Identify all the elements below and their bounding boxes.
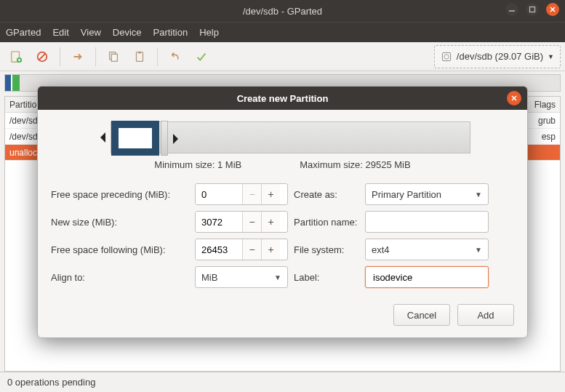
label-new-size: New size (MiB): xyxy=(51,217,189,228)
chevron-down-icon: ▼ xyxy=(475,246,482,254)
filesystem-select[interactable]: ext4 ▼ xyxy=(365,239,489,260)
partition-name-input[interactable] xyxy=(365,211,489,233)
spin-plus[interactable]: + xyxy=(261,184,280,204)
create-partition-dialog: Create new Partition Minimum size: xyxy=(37,86,528,338)
label-input[interactable] xyxy=(365,266,489,288)
new-size-input[interactable] xyxy=(196,212,242,232)
chevron-down-icon: ▼ xyxy=(274,273,281,281)
spin-minus[interactable]: − xyxy=(242,212,261,232)
cancel-button[interactable]: Cancel xyxy=(393,304,450,326)
slider-knob[interactable] xyxy=(161,121,168,156)
free-after-spinner[interactable]: − + xyxy=(195,239,288,260)
slider-left-arrow-icon[interactable] xyxy=(96,131,109,144)
create-as-select[interactable]: Primary Partition ▼ xyxy=(365,183,489,205)
label-create-as: Create as: xyxy=(294,189,359,200)
min-size-label: Minimum size: 1 MiB xyxy=(154,159,241,170)
slider-track[interactable] xyxy=(111,121,470,153)
free-after-input[interactable] xyxy=(196,239,242,260)
free-before-input[interactable] xyxy=(196,184,242,204)
chevron-down-icon: ▼ xyxy=(475,191,482,199)
slider-right-arrow-icon[interactable] xyxy=(169,132,183,145)
label-filesystem: File system: xyxy=(294,244,359,255)
spin-plus[interactable]: + xyxy=(261,212,280,232)
dialog-titlebar: Create new Partition xyxy=(38,87,527,110)
label-free-after: Free space following (MiB): xyxy=(51,244,189,255)
dialog-close-button[interactable] xyxy=(507,91,521,105)
add-button[interactable]: Add xyxy=(457,304,514,326)
dialog-title: Create new Partition xyxy=(237,93,329,104)
spin-minus[interactable]: − xyxy=(242,239,261,260)
free-before-spinner[interactable]: − + xyxy=(195,183,288,205)
label-free-before: Free space preceding (MiB): xyxy=(51,189,189,200)
spin-plus[interactable]: + xyxy=(261,239,280,260)
slider-partition-handle[interactable] xyxy=(111,121,159,156)
label-align: Align to: xyxy=(51,272,189,283)
partition-slider[interactable] xyxy=(95,120,470,155)
label-label: Label: xyxy=(294,272,359,283)
spin-minus[interactable]: − xyxy=(242,184,261,204)
new-size-spinner[interactable]: − + xyxy=(195,211,288,233)
label-partition-name: Partition name: xyxy=(294,217,359,228)
align-select[interactable]: MiB ▼ xyxy=(195,266,288,288)
max-size-label: Maximum size: 29525 MiB xyxy=(300,159,410,170)
